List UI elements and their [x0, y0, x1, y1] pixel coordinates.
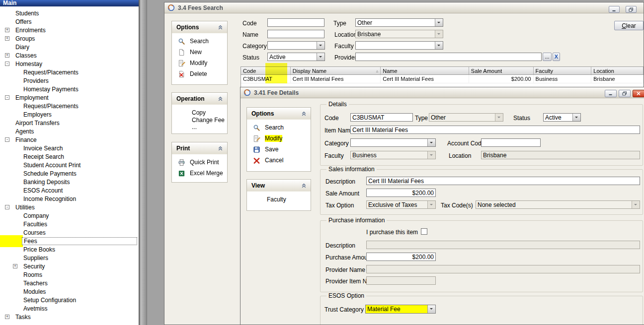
change-fee-button[interactable]: Change Fee ...	[172, 118, 227, 129]
tree-item-invoice-search[interactable]: Invoice Search	[0, 144, 139, 152]
faculty-filter-select[interactable]	[355, 41, 443, 50]
fee-details-titlebar[interactable]: 3.41 Fee Details	[241, 87, 644, 98]
provider-browse-button[interactable]: ...	[543, 53, 552, 61]
options-panel-header[interactable]: Options	[247, 108, 311, 120]
grid-header-sale-amount[interactable]: Sale Amount	[469, 67, 534, 74]
tree-item-diary[interactable]: Diary	[0, 43, 139, 51]
provider-clear-button[interactable]: X	[553, 53, 560, 61]
close-button[interactable]	[633, 90, 644, 97]
location-input[interactable]	[481, 151, 640, 159]
tax-codes-select[interactable]: None selected	[476, 200, 640, 209]
tree-item-tasks[interactable]: +Tasks	[0, 313, 139, 321]
cancel-button[interactable]: Cancel	[247, 155, 311, 166]
grid-header-location[interactable]: Location	[591, 67, 644, 74]
tree-item-avetmiss[interactable]: Avetmiss	[0, 304, 139, 313]
chevron-up-icon[interactable]	[300, 182, 308, 189]
table-row[interactable]: C3BUSMATCert III Material FeesCert III M…	[241, 75, 644, 83]
new-button[interactable]: New	[172, 47, 227, 58]
tree-item-employers[interactable]: Employers	[0, 110, 139, 119]
expand-icon[interactable]: +	[5, 315, 9, 319]
tree-item-providers[interactable]: Providers	[0, 76, 139, 85]
tree-item-agents[interactable]: Agents	[0, 127, 139, 135]
tree-item-request-placements[interactable]: Request/Placements	[0, 102, 139, 110]
panel-splitter[interactable]	[141, 0, 147, 325]
restore-button[interactable]	[619, 90, 631, 97]
tree-item-price-books[interactable]: Price Books	[0, 245, 139, 254]
purchase-amount-input[interactable]	[366, 253, 436, 261]
chevron-up-icon[interactable]	[300, 110, 308, 117]
collapse-icon[interactable]: -	[5, 205, 9, 209]
tree-item-company[interactable]: Company	[0, 211, 139, 220]
purchase-item-checkbox[interactable]	[421, 228, 427, 235]
expand-icon[interactable]: +	[5, 36, 9, 41]
purchase-description-input[interactable]	[366, 241, 640, 249]
expand-icon[interactable]: +	[13, 264, 17, 268]
chevron-up-icon[interactable]	[217, 95, 224, 102]
tree-item-income-recognition[interactable]: Income Recognition	[0, 195, 139, 203]
tree-item-homestay-payments[interactable]: Homestay Payments	[0, 85, 139, 93]
tree-item-banking-deposits[interactable]: Banking Deposits	[0, 178, 139, 186]
chevron-down-icon[interactable]	[435, 42, 443, 49]
minimize-button[interactable]	[609, 6, 620, 13]
chevron-down-icon[interactable]	[427, 139, 435, 146]
tree-item-teachers[interactable]: Teachers	[0, 279, 139, 287]
tree-item-suppliers[interactable]: Suppliers	[0, 254, 139, 262]
tree-item-fees[interactable]: Fees	[0, 237, 139, 245]
chevron-down-icon[interactable]	[317, 53, 324, 61]
tree-item-students[interactable]: Students	[0, 9, 139, 17]
faculty-button[interactable]: Faculty	[247, 194, 311, 205]
options-panel-header[interactable]: Options	[172, 21, 227, 33]
print-panel-header[interactable]: Print	[172, 142, 227, 154]
tree-item-airport-transfers[interactable]: Airport Transfers	[0, 119, 139, 127]
code-input[interactable]	[350, 113, 413, 122]
collapse-icon[interactable]: -	[5, 95, 9, 100]
search-button[interactable]: Search	[247, 122, 311, 133]
collapse-icon[interactable]: -	[5, 137, 9, 142]
clear-button[interactable]: Clear	[614, 21, 644, 30]
tree-item-receipt-search[interactable]: Receipt Search	[0, 152, 139, 161]
type-select[interactable]: Other	[429, 113, 503, 122]
trust-category-select[interactable]: Material Fee	[365, 305, 436, 314]
status-filter-select[interactable]: Active	[267, 53, 325, 61]
chevron-down-icon[interactable]	[427, 201, 435, 208]
description-input[interactable]	[366, 177, 640, 185]
grid-header-name[interactable]: Name	[381, 67, 469, 74]
tree-item-request-placements[interactable]: Request/Placements	[0, 68, 139, 76]
sale-amount-input[interactable]	[366, 189, 436, 197]
tree-item-esos-account[interactable]: ESOS Account	[0, 186, 139, 195]
chevron-down-icon[interactable]	[427, 305, 435, 313]
fees-search-titlebar[interactable]: 3.4 Fees Search	[164, 2, 644, 13]
tree-item-utilities[interactable]: -Utilities	[0, 203, 139, 211]
chevron-down-icon[interactable]	[495, 114, 503, 121]
code-filter-input[interactable]	[267, 18, 324, 27]
item-name-input[interactable]	[350, 126, 640, 134]
view-panel-header[interactable]: View	[247, 180, 311, 192]
tree-item-offers[interactable]: Offers	[0, 17, 139, 26]
status-select[interactable]: Active	[543, 113, 581, 122]
tree-item-finance[interactable]: -Finance	[0, 135, 139, 144]
tree-item-enrolments[interactable]: +Enrolments	[0, 26, 139, 34]
tree-item-employment[interactable]: -Employment	[0, 93, 139, 102]
modify-button[interactable]: Modify	[172, 58, 227, 68]
type-filter-select[interactable]: Other	[355, 18, 443, 27]
category-filter-select[interactable]	[267, 41, 325, 50]
chevron-down-icon[interactable]	[317, 42, 324, 49]
faculty-select[interactable]: Business	[350, 151, 436, 159]
chevron-down-icon[interactable]	[427, 151, 435, 159]
tree-item-schedule-payments[interactable]: Schedule Payments	[0, 169, 139, 178]
tree-item-student-account-print[interactable]: Student Account Print	[0, 161, 139, 169]
tree-item-classes[interactable]: +Classes	[0, 51, 139, 60]
tree-item-rooms[interactable]: Rooms	[0, 270, 139, 279]
expand-icon[interactable]: +	[5, 28, 9, 32]
chevron-down-icon[interactable]	[632, 201, 640, 208]
restore-button[interactable]	[626, 6, 637, 13]
tree-item-modules[interactable]: Modules	[0, 287, 139, 296]
expand-icon[interactable]: +	[5, 53, 9, 58]
delete-button[interactable]: Delete	[172, 68, 227, 79]
tree-item-homestay[interactable]: -Homestay	[0, 60, 139, 68]
account-code-input[interactable]	[481, 138, 541, 147]
provider-name-input[interactable]	[366, 265, 640, 273]
category-select[interactable]	[350, 138, 436, 147]
collapse-icon[interactable]: -	[5, 62, 9, 66]
provider-filter-input[interactable]	[355, 53, 542, 61]
